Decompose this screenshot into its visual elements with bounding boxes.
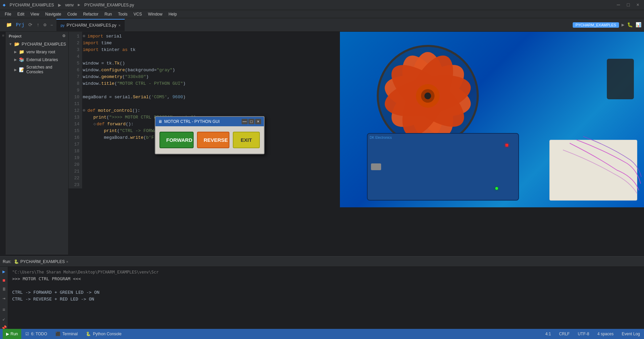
status-event-log[interactable]: Event Log — [620, 332, 641, 336]
run-wrap-icon[interactable]: ↙ — [2, 316, 5, 322]
float-body: FORWARD REVERSE EXIT — [155, 126, 264, 154]
file-tab-close[interactable]: × — [118, 23, 120, 27]
sidebar-item-scratches[interactable]: ▶ 📝 Scratches and Consoles — [6, 63, 68, 76]
venv-expand-icon: ▶ — [14, 50, 17, 54]
run-tab-close[interactable]: × — [66, 260, 68, 264]
status-indent: 4 spaces — [596, 332, 615, 336]
menu-code[interactable]: Code — [65, 11, 80, 17]
menu-vcs[interactable]: VCS — [131, 11, 145, 17]
run-stop-icon[interactable]: ■ — [2, 278, 5, 283]
toolbar: 📁 Prj ⟳ ↑ ⚙ – py PYCHARM_EXAMPLES.py × P… — [0, 18, 644, 32]
up-icon[interactable]: ↑ — [35, 22, 41, 28]
menu-edit[interactable]: Edit — [15, 11, 27, 17]
editor-area[interactable]: 1 2 3 4 5 6 7 8 9 10 11 12 13 14 15 16 1… — [69, 32, 644, 255]
venv-folder-icon: 📁 — [19, 49, 24, 54]
float-restore-button[interactable]: □ — [248, 119, 254, 124]
run-tab[interactable]: 🐍 PYCHARM_EXAMPLES × — [14, 259, 68, 264]
profile-icon[interactable]: 📊 — [636, 22, 641, 28]
sidebar-venv-label: venv library root — [26, 50, 55, 54]
arduino-board: DK Electronics — [367, 133, 519, 201]
close-button[interactable]: × — [635, 2, 641, 8]
run-play-icon[interactable]: ▶ — [2, 269, 5, 275]
file-tab[interactable]: py PYCHARM_EXAMPLES.py × — [56, 19, 124, 31]
folder-icon[interactable]: 📁 — [5, 21, 13, 28]
debug-icon[interactable]: 🐛 — [627, 22, 633, 28]
sidebar-extlib-label: External Libraries — [26, 57, 58, 62]
svg-point-10 — [424, 93, 431, 99]
extlib-expand-icon: ▶ — [14, 58, 17, 61]
forward-button[interactable]: FORWARD — [159, 132, 194, 148]
minimize-button[interactable]: — — [615, 2, 622, 8]
exit-button[interactable]: EXIT — [233, 132, 260, 148]
far-left-panel: ≡ — [0, 32, 6, 255]
sidebar-scratches-label: Scratches and Consoles — [26, 65, 66, 74]
sidebar-header: Project ⚙ — [6, 32, 68, 40]
sidebar-item-ext-libs[interactable]: ▶ 📚 External Libraries — [6, 56, 68, 63]
expand-icon: ▼ — [9, 42, 12, 46]
run-output-line-4: CTRL -> FORWARD + GREEN LED -> ON — [12, 289, 641, 296]
sidebar-title: Project — [9, 34, 21, 38]
menu-tools[interactable]: Tools — [115, 11, 130, 17]
toolbar-icons: 📁 Prj ⟳ ↑ ⚙ – — [5, 21, 54, 28]
title-bar-left: ◆ PYCHARM_EXAMPLES ▶ venv ▶ PYCHARM_EXAM… — [3, 2, 615, 8]
sidebar-item-root[interactable]: ▼ 📂 PYCHARM_EXAMPLES — [6, 40, 68, 48]
line-numbers: 1 2 3 4 5 6 7 8 9 10 11 12 13 14 15 16 1… — [69, 32, 82, 188]
run-scroll-icon[interactable]: ≡ — [2, 307, 5, 313]
menu-run[interactable]: Run — [102, 11, 115, 17]
menu-view[interactable]: View — [28, 11, 42, 17]
project-badge: PYCHARM_EXAMPLES — [573, 22, 619, 28]
status-run-button[interactable]: ▶ Run — [3, 329, 21, 339]
status-position: 4:1 — [544, 332, 552, 336]
status-terminal-label: Terminal — [63, 332, 78, 336]
run-config-icon[interactable]: ▶ — [622, 22, 624, 28]
venv-indicator: ▶ — [58, 3, 61, 7]
run-triangle-icon: ▶ — [6, 332, 9, 336]
run-py-icon: 🐍 — [14, 259, 19, 264]
file-title: PYCHARM_EXAMPLES.py — [84, 3, 134, 7]
status-bar-right: 4:1 CRLF UTF-8 4 spaces Event Log — [544, 332, 641, 336]
status-terminal-tab[interactable]: ⬛ Terminal — [51, 329, 82, 339]
title-bar: ◆ PYCHARM_EXAMPLES ▶ venv ▶ PYCHARM_EXAM… — [0, 0, 644, 10]
lib-icon: 📚 — [19, 57, 24, 62]
status-run-label: Run — [10, 332, 18, 336]
motor-housing — [607, 59, 634, 99]
menu-refactor[interactable]: Refactor — [80, 11, 101, 17]
python-console-icon: 🐍 — [86, 332, 91, 336]
file-tab-label: PYCHARM_EXAMPLES.py — [67, 23, 116, 28]
status-bar: ▶ Run ☑ 6: TODO ⬛ Terminal 🐍 Python Cons… — [0, 329, 644, 339]
status-crlf: CRLF — [558, 332, 571, 336]
sync-icon[interactable]: ⟳ — [27, 21, 34, 28]
menu-file[interactable]: File — [2, 11, 14, 17]
settings-icon[interactable]: ⚙ — [42, 21, 48, 28]
separator-icon: ▶ — [78, 2, 80, 7]
run-toolbar: Run: 🐍 PYCHARM_EXAMPLES × — [0, 257, 644, 267]
float-minimize-button[interactable]: — — [242, 119, 248, 124]
menu-window[interactable]: Window — [145, 11, 165, 17]
arduino-image-panel: DK Electronics — [340, 32, 644, 207]
terminal-icon: ⬛ — [55, 332, 60, 336]
run-side-buttons: ▶ ■ ⏸ ⇥ ≡ ↙ 📌 — [0, 267, 8, 329]
folder-open-icon: 📂 — [14, 42, 20, 47]
scratches-icon: 📝 — [19, 67, 24, 72]
run-pause-icon[interactable]: ⏸ — [2, 287, 6, 292]
structure-icon[interactable]: ≡ — [1, 34, 5, 37]
run-output-line-5: CTRL -> REVERSE + RED LED -> ON — [12, 296, 641, 303]
status-todo-tab[interactable]: ☑ 6: TODO — [21, 329, 51, 339]
project-icon[interactable]: Prj — [15, 22, 26, 28]
run-output-line-3 — [12, 282, 641, 289]
project-sidebar: Project ⚙ ▼ 📂 PYCHARM_EXAMPLES ▶ 📁 venv … — [6, 32, 69, 255]
status-python-console-tab[interactable]: 🐍 Python Console — [82, 329, 126, 339]
run-output-line-2: >>> MOTOR CTRL PROGRAM <<< — [12, 276, 641, 282]
floating-gui-window: 🖥 MOTOR CTRL - PYTHON GUI — □ × FORWARD … — [155, 116, 265, 154]
maximize-button[interactable]: □ — [625, 2, 631, 8]
menu-help[interactable]: Help — [166, 11, 180, 17]
sidebar-item-venv[interactable]: ▶ 📁 venv library root — [6, 48, 68, 56]
sidebar-settings-icon[interactable]: ⚙ — [62, 34, 66, 38]
reverse-button[interactable]: REVERSE — [197, 132, 229, 148]
menu-navigate[interactable]: Navigate — [43, 11, 64, 17]
minus-icon[interactable]: – — [49, 22, 54, 28]
python-file-icon: py — [60, 23, 65, 27]
run-step-icon[interactable]: ⇥ — [2, 295, 5, 301]
float-close-button[interactable]: × — [255, 119, 261, 124]
pycharm-logo-icon: ◆ — [3, 2, 5, 8]
